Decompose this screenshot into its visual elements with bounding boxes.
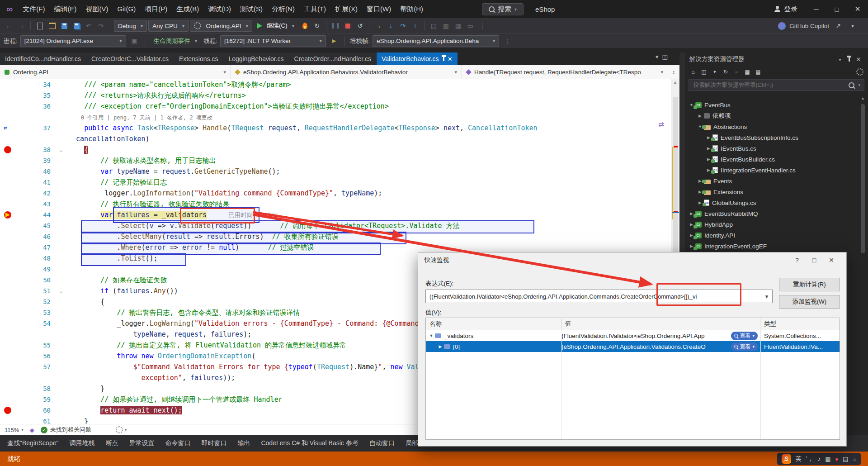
properties-icon[interactable]: ▤ xyxy=(754,67,763,76)
panel-menu-icon[interactable]: ▾ xyxy=(835,57,845,62)
breakpoint-margin[interactable] xyxy=(0,188,17,199)
bottom-tab[interactable]: 查找"BeginScope" xyxy=(3,437,63,450)
menu-item[interactable]: 编辑(E) xyxy=(49,3,81,15)
code-line[interactable]: 42 _logger.LogInformation("Validating co… xyxy=(0,188,671,199)
tree-chevron-icon[interactable]: ▶ xyxy=(696,114,704,118)
doc-tab[interactable]: LoggingBehavior.cs xyxy=(223,52,288,65)
settings-icon[interactable] xyxy=(855,67,864,76)
pin-icon[interactable] xyxy=(443,57,444,61)
ime-skin-icon[interactable]: ♦ xyxy=(835,456,838,462)
restart-app-icon[interactable]: ↻ xyxy=(311,20,322,31)
code-line[interactable]: 43 // 执行所有验证器, 收集验证失败的结果 xyxy=(0,199,671,209)
code-line[interactable]: 39 // 获取请求类型名称, 用于日志输出 xyxy=(0,155,671,166)
breakpoint-margin[interactable] xyxy=(0,199,17,209)
step-out-icon[interactable]: ↑ xyxy=(410,20,420,31)
step-into-icon[interactable]: ↓ xyxy=(385,20,396,31)
doc-tab[interactable]: CreateOrder...ndHandler.cs xyxy=(289,52,376,65)
column-header-type[interactable]: 类型 xyxy=(760,318,840,330)
tree-item[interactable]: ▶HybridApp xyxy=(685,219,868,230)
stack-frame-select[interactable]: eShop.Ordering.API.Application.Beha▾ xyxy=(373,35,499,47)
breakpoint-margin[interactable] xyxy=(0,275,17,285)
bottom-tab[interactable]: 异常设置 xyxy=(124,437,159,450)
breakpoint-margin[interactable] xyxy=(0,155,17,166)
code-line[interactable]: 0 个引用 | peng, 7 天前 | 1 名作者, 2 项更改 xyxy=(0,112,671,123)
code-map-icon[interactable]: ▦ xyxy=(453,20,463,31)
menu-item[interactable]: 测试(S) xyxy=(236,3,267,15)
tree-item[interactable]: ▼Abstractions xyxy=(685,121,868,132)
scroll-up-icon[interactable]: ▲ xyxy=(673,80,677,85)
menu-item[interactable]: 项目(P) xyxy=(140,3,172,15)
column-divider[interactable] xyxy=(760,330,761,439)
show-all-files-icon[interactable]: ▦ xyxy=(743,67,752,76)
tree-item[interactable]: ▶IEventBusBuilder.cs xyxy=(685,154,868,165)
doc-tab[interactable]: CreateOrderC...Validator.cs xyxy=(86,52,174,65)
inline-suggestion-icon[interactable]: ⇄ xyxy=(658,120,664,128)
tree-item[interactable]: ▼EventBus xyxy=(685,100,868,110)
code-line[interactable]: ⇄37 public async Task<TResponse> Handle(… xyxy=(0,123,671,133)
close-icon[interactable]: ✕ xyxy=(448,56,453,62)
breakpoint-margin[interactable] xyxy=(0,264,17,275)
bottom-tab[interactable]: 断点 xyxy=(101,437,123,450)
navigate-back-icon[interactable]: ← xyxy=(4,20,14,31)
bottom-tab[interactable]: 命令窗口 xyxy=(160,437,195,450)
bottom-tab[interactable]: 输出 xyxy=(233,437,255,450)
close-button[interactable]: ✕ xyxy=(847,0,868,18)
maximize-button[interactable]: □ xyxy=(826,0,847,18)
breadcrumb-project[interactable]: Ordering.API ▾ xyxy=(0,65,231,79)
bottom-tab[interactable]: CodeLens C# 和 Visual Basic 参考 xyxy=(256,437,363,450)
column-header-name[interactable]: 名称 xyxy=(426,318,561,330)
breakpoint-margin[interactable] xyxy=(0,209,17,220)
breakpoint-margin[interactable] xyxy=(0,383,17,394)
breadcrumb-type[interactable]: eShop.Ordering.API.Application.Behaviors… xyxy=(231,65,462,79)
tree-item[interactable]: ▶IEventBus.cs xyxy=(685,143,868,154)
process-select[interactable]: [21024] Ordering.API.exe▾ xyxy=(20,35,126,47)
sogou-logo-icon[interactable]: S xyxy=(782,454,791,464)
code-cleanup-button[interactable]: ▾ xyxy=(116,426,127,433)
breakpoint-margin[interactable] xyxy=(0,133,17,144)
breakpoint-margin[interactable] xyxy=(0,307,17,318)
menu-item[interactable]: 生成(B) xyxy=(172,3,203,15)
code-line[interactable]: 35 /// <returns>请求执行完成后的响应</returns> xyxy=(0,90,671,101)
bookmark-icon[interactable]: ▭ xyxy=(465,20,476,31)
breakpoint-margin[interactable] xyxy=(0,318,17,329)
scrollbar-thumb[interactable] xyxy=(861,104,865,253)
bottom-tab[interactable]: 即时窗口 xyxy=(197,437,231,450)
ime-lang-indicator[interactable]: 英 xyxy=(796,455,802,463)
breakpoint-margin[interactable] xyxy=(0,285,17,296)
document-list-icon[interactable]: ▾ xyxy=(656,53,659,60)
breakpoint-margin[interactable] xyxy=(0,220,17,231)
tree-item[interactable]: ▶Extensions xyxy=(685,186,868,197)
tree-item[interactable]: ▶IntegrationEventLogEF xyxy=(685,241,868,252)
scroll-up-icon[interactable]: ▲ xyxy=(859,96,866,100)
tree-item[interactable]: ▶依赖项 xyxy=(685,110,868,121)
new-file-icon[interactable] xyxy=(34,20,45,31)
breakpoint-margin[interactable]: ⇄ xyxy=(0,123,17,133)
breakpoint-margin[interactable] xyxy=(0,394,17,405)
flag-threads-icon[interactable] xyxy=(329,36,340,47)
ime-keyboard-icon[interactable]: ▦ xyxy=(825,456,830,462)
tree-item[interactable]: ▶Events xyxy=(685,176,868,186)
github-copilot-icon[interactable] xyxy=(778,22,786,30)
menu-item[interactable]: 窗口(W) xyxy=(362,3,396,15)
fold-marker[interactable]: ⌄ xyxy=(55,285,67,296)
help-icon[interactable]: ? xyxy=(788,253,806,267)
navigate-forward-icon[interactable]: → xyxy=(16,20,27,31)
document-health-indicator[interactable]: ✓ 未找到相关问题 xyxy=(41,426,91,434)
toolbar-overflow-icon[interactable]: ⋮ xyxy=(477,20,488,31)
break-all-icon[interactable] xyxy=(330,20,341,31)
menu-item[interactable]: Git(G) xyxy=(113,3,140,15)
tree-scrollbar[interactable]: ▲ xyxy=(859,96,866,450)
startup-project-select[interactable]: Ordering.API▾ xyxy=(190,20,252,32)
breakpoint-margin[interactable] xyxy=(0,351,17,361)
breakpoint-margin[interactable] xyxy=(0,112,17,123)
save-all-icon[interactable] xyxy=(71,20,82,31)
lifecycle-events-button[interactable]: 生命周期事件▾ xyxy=(150,36,201,47)
code-line[interactable]: cancellationToken) xyxy=(0,133,671,144)
code-line[interactable]: 44 var failures = _validators已用时间 <= 1ms xyxy=(0,209,671,220)
toolbar-overflow-icon[interactable]: ⋮ xyxy=(502,36,513,47)
diagnostics-window-icon[interactable]: ▤ xyxy=(428,20,439,31)
tree-item[interactable]: ▶IIntegrationEventHandler.cs xyxy=(685,165,868,176)
doc-tab[interactable]: IdentifiedCo...ndHandler.cs xyxy=(0,52,86,65)
ime-grid-icon[interactable]: ▤ xyxy=(843,456,848,462)
filter-icon[interactable]: ▼ xyxy=(710,67,719,76)
